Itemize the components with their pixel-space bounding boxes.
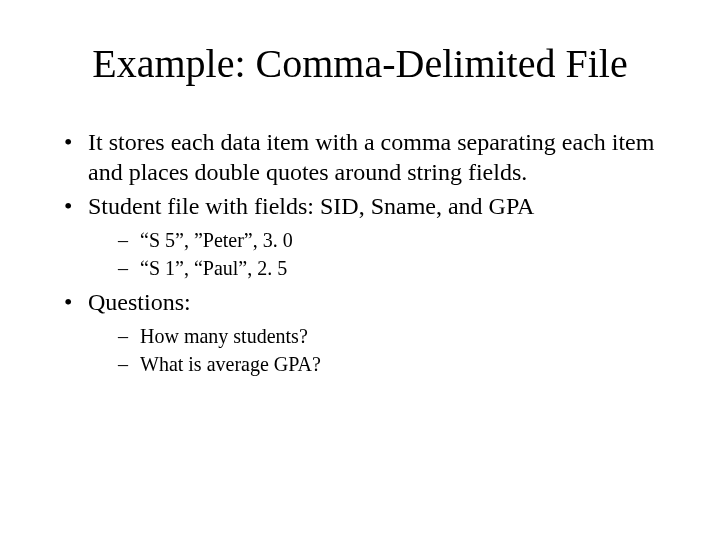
bullet-text: It stores each data item with a comma se… — [88, 129, 654, 185]
bullet-item: Questions: How many students? What is av… — [60, 287, 670, 377]
sub-bullet-text: “S 5”, ”Peter”, 3. 0 — [140, 229, 293, 251]
bullet-item: Student file with fields: SID, Sname, an… — [60, 191, 670, 281]
bullet-item: It stores each data item with a comma se… — [60, 127, 670, 187]
bullet-text: Student file with fields: SID, Sname, an… — [88, 193, 534, 219]
bullet-text: Questions: — [88, 289, 191, 315]
bullet-list: It stores each data item with a comma se… — [60, 127, 670, 377]
sub-bullet-item: “S 5”, ”Peter”, 3. 0 — [118, 227, 670, 253]
sub-bullet-text: How many students? — [140, 325, 308, 347]
slide: Example: Comma-Delimited File It stores … — [0, 0, 720, 540]
slide-title: Example: Comma-Delimited File — [50, 40, 670, 87]
sub-bullet-item: What is average GPA? — [118, 351, 670, 377]
sub-bullet-text: “S 1”, “Paul”, 2. 5 — [140, 257, 287, 279]
sub-bullet-list: “S 5”, ”Peter”, 3. 0 “S 1”, “Paul”, 2. 5 — [118, 227, 670, 281]
sub-bullet-text: What is average GPA? — [140, 353, 321, 375]
sub-bullet-list: How many students? What is average GPA? — [118, 323, 670, 377]
sub-bullet-item: How many students? — [118, 323, 670, 349]
sub-bullet-item: “S 1”, “Paul”, 2. 5 — [118, 255, 670, 281]
